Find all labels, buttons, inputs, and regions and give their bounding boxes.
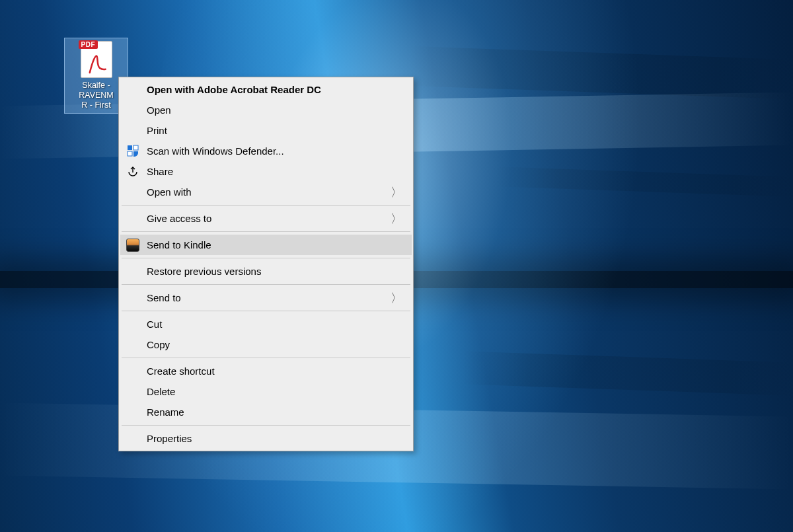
menu-item-label: Create shortcut [147,365,215,377]
submenu-arrow-icon: 〉 [391,184,402,200]
menu-delete[interactable]: Delete [120,381,412,402]
share-icon [126,165,140,179]
svg-rect-2 [128,151,132,156]
menu-item-label: Open with Adobe Acrobat Reader DC [147,84,321,95]
svg-rect-1 [133,145,138,150]
menu-item-label: Open with [147,186,192,198]
pdf-file-icon: PDF [81,41,112,78]
menu-scan-defender[interactable]: Scan with Windows Defender... [120,141,412,161]
menu-separator [122,358,410,358]
menu-item-label: Send to Kindle [147,239,211,250]
file-context-menu: Open with Adobe Acrobat Reader DC Open P… [118,77,414,451]
menu-separator [122,284,410,285]
menu-share[interactable]: Share [120,161,412,182]
menu-restore-previous[interactable]: Restore previous versions [120,261,412,282]
menu-separator [122,425,410,426]
acrobat-swoosh-icon [85,54,108,76]
submenu-arrow-icon: 〉 [391,211,402,227]
desktop-file-label: Skaife - RAVENM R - First [66,81,126,110]
menu-item-label: Send to [147,292,181,303]
menu-item-label: Scan with Windows Defender... [147,145,284,157]
menu-separator [122,258,410,258]
menu-item-label: Copy [147,339,170,350]
menu-separator [122,311,410,311]
menu-separator [122,231,410,232]
menu-item-label: Properties [147,433,192,444]
menu-item-label: Restore previous versions [147,266,261,277]
menu-create-shortcut[interactable]: Create shortcut [120,361,412,381]
menu-open[interactable]: Open [120,100,412,120]
menu-item-label: Share [147,166,173,177]
menu-item-label: Give access to [147,213,211,224]
menu-item-label: Open [147,104,171,116]
menu-separator [122,205,410,206]
menu-cut[interactable]: Cut [120,314,412,334]
svg-rect-0 [128,145,132,150]
menu-item-label: Rename [147,406,184,418]
submenu-arrow-icon: 〉 [391,290,402,306]
menu-item-label: Print [147,125,167,136]
menu-copy[interactable]: Copy [120,334,412,355]
menu-rename[interactable]: Rename [120,402,412,422]
menu-give-access-to[interactable]: Give access to 〉 [120,208,412,229]
menu-item-label: Delete [147,386,175,397]
pdf-badge: PDF [79,40,98,49]
menu-send-to-kindle[interactable]: Send to Kindle [120,235,412,255]
menu-send-to[interactable]: Send to 〉 [120,287,412,308]
kindle-icon [126,238,140,252]
menu-open-with-default[interactable]: Open with Adobe Acrobat Reader DC [120,79,412,100]
menu-item-label: Cut [147,319,162,330]
defender-shield-icon [126,144,140,159]
menu-properties[interactable]: Properties [120,428,412,449]
menu-print[interactable]: Print [120,120,412,141]
menu-open-with[interactable]: Open with 〉 [120,182,412,202]
